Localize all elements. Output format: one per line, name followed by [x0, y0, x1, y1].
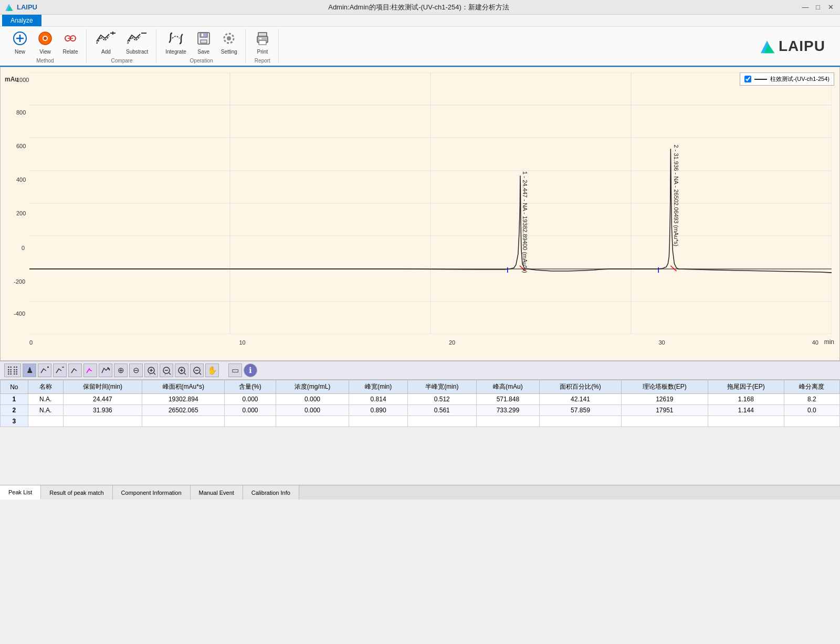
- report-group: Print Report: [247, 29, 279, 64]
- save-button[interactable]: Save: [192, 29, 215, 57]
- toolbar-zoom-out-x-btn[interactable]: ↔: [190, 363, 204, 377]
- integrate-icon: [168, 31, 184, 48]
- minimize-button[interactable]: —: [800, 2, 811, 13]
- cell-1-12: 0.0: [784, 405, 839, 416]
- toolbar-dots-btn[interactable]: ⣿⣿: [4, 363, 21, 377]
- toolbar-zoom-in-btn[interactable]: ⊕: [114, 363, 128, 377]
- print-button[interactable]: Print: [251, 29, 274, 57]
- relate-icon: [63, 31, 78, 48]
- col-conc: 浓度(mg/mL): [276, 380, 349, 394]
- cell-0-12: 8.2: [784, 394, 839, 405]
- view-button[interactable]: View: [34, 29, 57, 57]
- toolbar-del-peak-btn[interactable]: [53, 363, 67, 377]
- y-tick-1000: 1000: [16, 77, 29, 83]
- y-tick-200: 200: [16, 210, 26, 216]
- cell-0-0: 1: [1, 394, 28, 405]
- x-tick-20: 20: [449, 339, 455, 346]
- toolbar-zoom-out-y-btn[interactable]: ↕: [160, 363, 173, 377]
- laipu-logo-text: LAIPU: [779, 38, 825, 55]
- tab-calibration-info[interactable]: Calibration Info: [243, 485, 299, 500]
- toolbar-zoom-in-x-btn[interactable]: ↔: [175, 363, 188, 377]
- col-content: 含量(%): [225, 380, 276, 394]
- data-table-area: No 名称 保留时间(min) 峰面积(mAu*s) 含量(%) 浓度(mg/m…: [0, 380, 840, 485]
- y-tick-400: 400: [16, 176, 26, 183]
- tab-manual-event[interactable]: Manual Event: [191, 485, 243, 500]
- cell-0-1: N.A.: [28, 394, 63, 405]
- x-tick-10: 10: [239, 339, 246, 346]
- x-tick-30: 30: [659, 339, 665, 346]
- cell-1-9: 57.859: [539, 405, 621, 416]
- add-button[interactable]: Add: [92, 29, 120, 57]
- compare-group: Add Substract Compare: [88, 29, 156, 64]
- operation-buttons: Integrate Save: [162, 29, 241, 57]
- cell-3-7: [407, 416, 476, 427]
- maximize-button[interactable]: □: [813, 2, 823, 13]
- save-icon: [196, 31, 211, 48]
- svg-line-56: [169, 373, 171, 375]
- toolbar-pk-btn[interactable]: [99, 363, 112, 377]
- window-title: Admin:Admin的项目:柱效测试-(UV-ch1-254)：新建分析方法: [37, 3, 800, 12]
- ribbon: Analyze New: [0, 15, 840, 67]
- cell-3-9: [539, 416, 621, 427]
- cell-3-0: 3: [1, 416, 28, 427]
- cell-0-6: 0.814: [349, 394, 407, 405]
- toolbar-peak2-btn[interactable]: [68, 363, 82, 377]
- cell-3-3: [142, 416, 225, 427]
- substract-button[interactable]: Substract: [122, 29, 152, 57]
- svg-rect-23: [259, 38, 261, 39]
- cell-0-2: 24.447: [63, 394, 142, 405]
- cell-1-4: 0.000: [225, 405, 276, 416]
- tab-component-info[interactable]: Component Information: [113, 485, 191, 500]
- relate-button[interactable]: Relate: [59, 29, 82, 57]
- table-row: 3: [1, 416, 840, 427]
- cell-1-0: 2: [1, 405, 28, 416]
- view-icon: [38, 31, 52, 48]
- table-body: 1N.A.24.44719302.8940.0000.0000.8140.512…: [1, 394, 840, 427]
- svg-rect-15: [200, 33, 207, 37]
- new-button[interactable]: New: [8, 29, 32, 57]
- y-tick-800: 800: [16, 109, 26, 116]
- ribbon-tab-bar: Analyze: [0, 15, 840, 26]
- method-group-label: Method: [36, 58, 54, 64]
- data-table-wrap[interactable]: No 名称 保留时间(min) 峰面积(mAu*s) 含量(%) 浓度(mg/m…: [0, 380, 840, 485]
- toolbar-valley-btn[interactable]: [83, 363, 97, 377]
- laipu-small-icon: [4, 3, 14, 12]
- svg-point-18: [227, 36, 231, 40]
- toolbar-zoom-out-btn[interactable]: ⊖: [129, 363, 143, 377]
- toolbar-add-peak-btn[interactable]: [38, 363, 51, 377]
- close-button[interactable]: ✕: [825, 2, 836, 13]
- col-area-pct: 面积百分比(%): [539, 380, 621, 394]
- report-buttons: Print: [251, 29, 274, 57]
- svg-rect-22: [259, 40, 266, 45]
- ribbon-logo: LAIPU: [759, 29, 836, 64]
- toolbar-zoom-in-y-btn[interactable]: ↕: [144, 363, 158, 377]
- toolbar-hand-btn[interactable]: ✋: [205, 363, 219, 377]
- toolbar-peak-btn[interactable]: ♟: [23, 363, 36, 377]
- cell-1-8: 733.299: [476, 405, 539, 416]
- toolbar-info-btn[interactable]: ℹ: [244, 363, 257, 377]
- cell-1-2: 31.936: [63, 405, 142, 416]
- svg-line-52: [154, 373, 155, 375]
- toolbar-table-btn[interactable]: ▭: [228, 363, 242, 377]
- cell-3-5: [276, 416, 349, 427]
- cell-0-8: 571.848: [476, 394, 539, 405]
- setting-button[interactable]: Setting: [217, 29, 241, 57]
- laipu-logo-icon: [759, 38, 775, 55]
- tab-peak-match[interactable]: Result of peak match: [41, 485, 112, 500]
- report-group-label: Report: [255, 58, 270, 64]
- tab-peak-list[interactable]: Peak List: [0, 485, 41, 500]
- table-header-row: No 名称 保留时间(min) 峰面积(mAu*s) 含量(%) 浓度(mg/m…: [1, 380, 840, 394]
- add-icon: [96, 31, 117, 48]
- ribbon-content: New View: [0, 26, 840, 66]
- svg-text:↕: ↕: [164, 372, 166, 375]
- svg-point-7: [44, 37, 47, 40]
- window-controls: — □ ✕: [800, 2, 836, 13]
- cell-3-4: [225, 416, 276, 427]
- analyze-tab[interactable]: Analyze: [2, 15, 41, 26]
- cell-1-3: 26502.065: [142, 405, 225, 416]
- cell-3-10: [621, 416, 708, 427]
- substract-icon: [127, 31, 148, 48]
- integrate-button[interactable]: Integrate: [162, 29, 190, 57]
- table-row: 2N.A.31.93626502.0650.0000.0000.8900.561…: [1, 405, 840, 416]
- cell-1-11: 1.144: [708, 405, 784, 416]
